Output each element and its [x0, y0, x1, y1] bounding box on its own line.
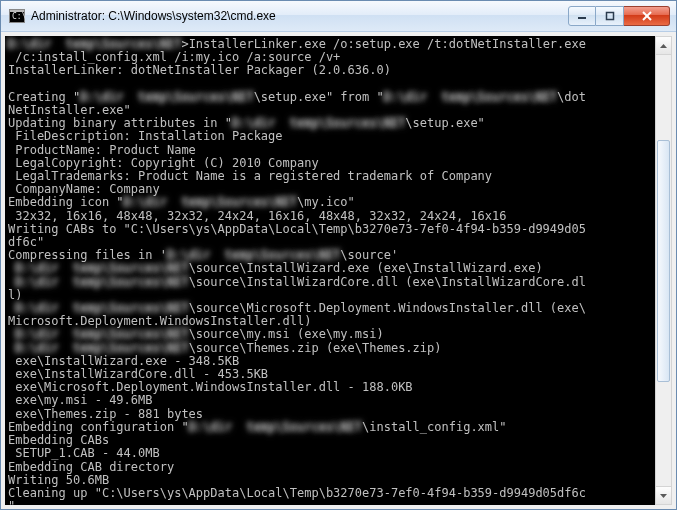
creating-line-2: NetInstaller.exe": [8, 103, 131, 117]
cleaning-end-line: ": [8, 499, 15, 505]
svg-rect-3: [578, 17, 586, 19]
embed-cfg-pre: Embedding configuration ": [8, 420, 189, 434]
list-line-1: \source\InstallWizard.exe (exe\InstallWi…: [189, 261, 543, 275]
blurred-text: D:\dir temp\Sources\NET: [80, 90, 253, 104]
embed-cab-dir-line: Embedding CAB directory: [8, 460, 174, 474]
embed-icon-pre: Embedding icon ": [8, 195, 124, 209]
scroll-thumb[interactable]: [657, 140, 670, 382]
cmd-window: C:\ Administrator: C:\Windows\system32\c…: [0, 0, 677, 510]
cmd-icon: C:\: [9, 8, 25, 24]
scroll-down-button[interactable]: [656, 486, 671, 504]
blurred-text: D:\dir temp\Sources\NET: [384, 90, 557, 104]
creating-mid: \setup.exe" from ": [254, 90, 384, 104]
legal-trade-line: LegalTrademarks: Product Name is a regis…: [8, 169, 492, 183]
blurred-text: D:\dir temp\Sources\NET: [15, 327, 188, 341]
writing-mb-line: Writing 50.6MB: [8, 473, 109, 487]
blurred-text: D:\dir temp\Sources\NET: [15, 261, 188, 275]
maximize-button[interactable]: [596, 6, 624, 26]
minimize-button[interactable]: [568, 6, 596, 26]
size-line-5: exe\Themes.zip - 881 bytes: [8, 407, 203, 421]
svg-marker-7: [660, 44, 667, 48]
list-line-2: \source\InstallWizardCore.dll (exe\Insta…: [189, 275, 586, 289]
size-line-1: exe\InstallWizard.exe - 348.5KB: [8, 354, 239, 368]
size-line-2: exe\InstallWizardCore.dll - 453.5KB: [8, 367, 268, 381]
blurred-text: D:\dir temp\Sources\NET: [232, 116, 405, 130]
svg-rect-4: [606, 13, 613, 20]
icon-sizes-line: 32x32, 16x16, 48x48, 32x32, 24x24, 16x16…: [8, 209, 507, 223]
size-line-4: exe\my.msi - 49.6MB: [8, 393, 153, 407]
writing-cabs-line-2: df6c": [8, 235, 44, 249]
window-title: Administrator: C:\Windows\system32\cmd.e…: [31, 9, 568, 23]
updating-end: \setup.exe": [405, 116, 484, 130]
svg-text:C:\: C:\: [12, 12, 25, 21]
legal-copy-line: LegalCopyright: Copyright (C) 2010 Compa…: [8, 156, 319, 170]
cmd-line: InstallerLinker.exe /o:setup.exe /t:dotN…: [189, 37, 586, 51]
blurred-text: D:\dir temp\Sources\NET: [15, 275, 188, 289]
cleaning-line: Cleaning up "C:\Users\ys\AppData\Local\T…: [8, 486, 586, 500]
titlebar[interactable]: C:\ Administrator: C:\Windows\system32\c…: [1, 1, 676, 32]
updating-pre: Updating binary attributes in ": [8, 116, 232, 130]
prod-name-line: ProductName: Product Name: [8, 143, 196, 157]
svg-marker-8: [660, 494, 667, 498]
cab-line-1: SETUP_1.CAB - 44.0MB: [8, 446, 160, 460]
scroll-up-button[interactable]: [656, 37, 671, 55]
cmd-line-2: /c:install_config.xml /i:my.ico /a:sourc…: [8, 50, 340, 64]
console-output[interactable]: D:\dir temp\Sources\NET>InstallerLinker.…: [5, 36, 655, 505]
writing-cabs-line: Writing CABs to "C:\Users\ys\AppData\Loc…: [8, 222, 586, 236]
prompt-suffix: >: [181, 37, 188, 51]
vertical-scrollbar[interactable]: [655, 36, 672, 505]
window-controls: [568, 6, 670, 26]
file-desc-line: FileDescription: Installation Package: [8, 129, 283, 143]
list-line-2-wrap: l): [8, 288, 22, 302]
creating-pre: Creating ": [8, 90, 80, 104]
blurred-text: D:\dir temp\Sources\NET: [15, 301, 188, 315]
client-area: D:\dir temp\Sources\NET>InstallerLinker.…: [1, 32, 676, 509]
close-button[interactable]: [624, 6, 670, 26]
list-line-4: \source\my.msi (exe\my.msi): [189, 327, 384, 341]
blurred-text: D:\dir temp\Sources\NET: [189, 420, 362, 434]
blurred-text: D:\dir temp\Sources\NET: [124, 195, 297, 209]
header-line: InstallerLinker: dotNetInstaller Package…: [8, 63, 391, 77]
embed-cabs-line: Embedding CABs: [8, 433, 109, 447]
list-line-5: \source\Themes.zip (exe\Themes.zip): [189, 341, 442, 355]
list-line-3: \source\Microsoft.Deployment.WindowsInst…: [189, 301, 586, 315]
scroll-track[interactable]: [656, 55, 671, 486]
embed-cfg-end: \install_config.xml": [362, 420, 507, 434]
blurred-text: D:\dir temp\Sources\NET: [8, 37, 181, 51]
creating-end: \dot: [557, 90, 586, 104]
embed-icon-end: \my.ico": [297, 195, 355, 209]
blurred-text: D:\dir temp\Sources\NET: [15, 341, 188, 355]
size-line-3: exe\Microsoft.Deployment.WindowsInstalle…: [8, 380, 413, 394]
